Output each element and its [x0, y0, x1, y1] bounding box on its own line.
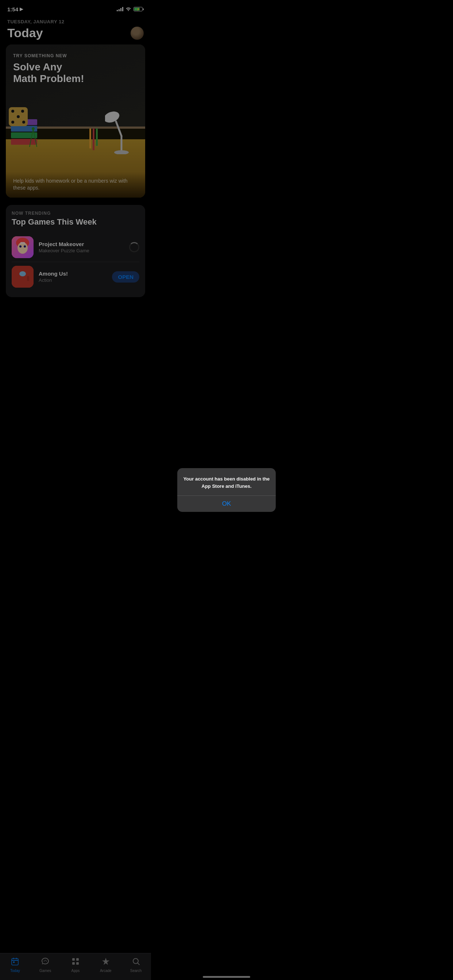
- dialog-overlay: Your account has been disabled in the Ap…: [0, 0, 151, 334]
